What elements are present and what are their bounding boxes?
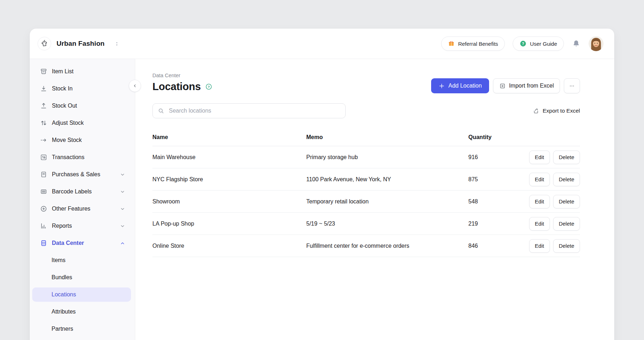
add-location-button[interactable]: Add Location <box>431 78 489 93</box>
breadcrumb: Data Center <box>152 73 213 78</box>
notifications-button[interactable] <box>572 39 581 48</box>
sidebar-subitem-label: Partners <box>52 326 73 332</box>
tshirt-hanger-icon <box>40 39 49 48</box>
table-row: Main Warehouse Primary storage hub 916 E… <box>152 146 580 168</box>
export-to-excel-label: Export to Excel <box>543 108 580 114</box>
org-switcher[interactable]: Urban Fashion <box>38 37 119 50</box>
referral-benefits-button[interactable]: Referral Benefits <box>441 36 505 51</box>
sidebar-item-adjust-stock[interactable]: Adjust Stock <box>30 114 135 132</box>
user-guide-label: User Guide <box>530 41 557 47</box>
question-badge-icon: ? <box>519 40 527 47</box>
plus-circle-icon <box>40 205 48 213</box>
edit-button[interactable]: Edit <box>529 239 550 253</box>
sidebar-item-stock-in[interactable]: Stock In <box>30 80 135 97</box>
sidebar-item-reports[interactable]: Reports <box>30 217 135 235</box>
cell-memo: 1100 Park Avenue, New York, NY <box>306 176 468 183</box>
brand-logo <box>38 37 51 50</box>
user-avatar[interactable] <box>589 36 604 51</box>
search-input[interactable] <box>168 107 340 114</box>
edit-button[interactable]: Edit <box>529 151 550 164</box>
page-head-left: Data Center Locations ? <box>152 73 213 93</box>
sidebar-item-move-stock[interactable]: Move Stock <box>30 132 135 149</box>
sidebar-item-label: Stock Out <box>52 103 77 109</box>
cell-quantity: 875 <box>468 176 529 183</box>
table-row: Showroom Temporary retail location 548 E… <box>152 191 580 213</box>
sidebar-subitem-label: Locations <box>52 291 76 298</box>
sidebar-subitem-partners[interactable]: Partners <box>30 320 135 337</box>
sidebar-subitem-attributes[interactable]: Attributes <box>30 303 135 320</box>
delete-button[interactable]: Delete <box>553 151 580 164</box>
sidebar-subitem-locations[interactable]: Locations <box>32 287 131 302</box>
user-guide-button[interactable]: ? User Guide <box>513 36 564 51</box>
referral-benefits-label: Referral Benefits <box>458 41 498 47</box>
sidebar-item-label: Purchases & Sales <box>52 171 100 178</box>
delete-button[interactable]: Delete <box>553 217 580 231</box>
stock-in-icon <box>40 85 48 93</box>
cell-quantity: 219 <box>468 221 529 227</box>
search-box <box>152 103 346 118</box>
help-icon[interactable]: ? <box>205 83 213 90</box>
svg-text:?: ? <box>522 42 524 46</box>
delete-button[interactable]: Delete <box>553 173 580 186</box>
chevron-down-icon <box>119 206 126 212</box>
org-switcher-icon[interactable] <box>114 41 119 46</box>
export-icon <box>533 108 540 114</box>
sidebar-subitem-items[interactable]: Items <box>30 252 135 269</box>
sidebar-item-item-list[interactable]: Item List <box>30 63 135 80</box>
sidebar-item-data-center[interactable]: Data Center <box>30 235 135 252</box>
cell-memo: Fulfillment center for e-commerce orders <box>306 243 468 249</box>
edit-button[interactable]: Edit <box>529 195 550 208</box>
sidebar-item-label: Data Center <box>52 240 84 246</box>
bell-icon <box>572 39 581 48</box>
table-row: Online Store Fulfillment center for e-co… <box>152 235 580 257</box>
sidebar-item-label: Adjust Stock <box>52 120 84 126</box>
column-header-name: Name <box>152 134 306 141</box>
top-bar-right: Referral Benefits ? User Guide <box>441 36 604 51</box>
delete-button[interactable]: Delete <box>553 239 580 253</box>
cell-quantity: 548 <box>468 198 529 205</box>
locations-table: Name Memo Quantity Main Warehouse Primar… <box>152 129 580 257</box>
cell-name: Main Warehouse <box>152 154 306 161</box>
sidebar-item-transactions[interactable]: Transactions <box>30 149 135 166</box>
sidebar-item-purchases-sales[interactable]: Purchases & Sales <box>30 166 135 183</box>
export-to-excel-link[interactable]: Export to Excel <box>533 108 580 114</box>
sidebar-subitem-label: Bundles <box>52 274 72 281</box>
cell-quantity: 916 <box>468 154 529 161</box>
sidebar-item-label: Barcode Labels <box>52 188 92 195</box>
stock-out-icon <box>40 102 48 110</box>
import-from-excel-label: Import from Excel <box>509 83 554 89</box>
chevron-up-icon <box>119 240 126 246</box>
sidebar-subitem-label: Items <box>52 257 65 263</box>
sidebar-item-label: Transactions <box>52 154 84 161</box>
sidebar-item-label: Reports <box>52 223 72 229</box>
page-actions: Add Location Import from Excel <box>431 78 580 93</box>
import-from-excel-button[interactable]: Import from Excel <box>493 78 560 93</box>
sidebar-item-other-features[interactable]: Other Features <box>30 200 135 217</box>
search-icon <box>158 108 164 114</box>
edit-button[interactable]: Edit <box>529 217 550 231</box>
cell-memo: 5/19 ~ 5/23 <box>306 221 468 227</box>
edit-button[interactable]: Edit <box>529 173 550 186</box>
table-row: NYC Flagship Store 1100 Park Avenue, New… <box>152 168 580 191</box>
cell-memo: Temporary retail location <box>306 198 468 205</box>
add-location-label: Add Location <box>448 83 482 89</box>
chevron-down-icon <box>119 172 126 178</box>
sidebar-item-barcode-labels[interactable]: Barcode Labels <box>30 183 135 200</box>
chevron-down-icon <box>119 223 126 229</box>
cell-name: LA Pop-up Shop <box>152 221 306 227</box>
main-content: Data Center Locations ? <box>135 59 614 340</box>
sidebar-subitem-bundles[interactable]: Bundles <box>30 269 135 286</box>
sidebar: Item List Stock In Stock Out <box>30 59 135 340</box>
bar-chart-icon <box>40 222 48 230</box>
sidebar-item-stock-out[interactable]: Stock Out <box>30 97 135 114</box>
delete-button[interactable]: Delete <box>553 195 580 208</box>
sidebar-item-label: Stock In <box>52 85 73 92</box>
sidebar-subitem-label: Attributes <box>52 309 76 315</box>
sidebar-item-label: Move Stock <box>52 137 82 143</box>
sidebar-collapse-button[interactable] <box>129 80 141 92</box>
more-options-icon <box>569 83 575 89</box>
document-icon <box>40 171 48 178</box>
column-header-memo: Memo <box>306 134 468 141</box>
transactions-icon <box>40 153 48 161</box>
more-options-button[interactable] <box>564 78 580 93</box>
